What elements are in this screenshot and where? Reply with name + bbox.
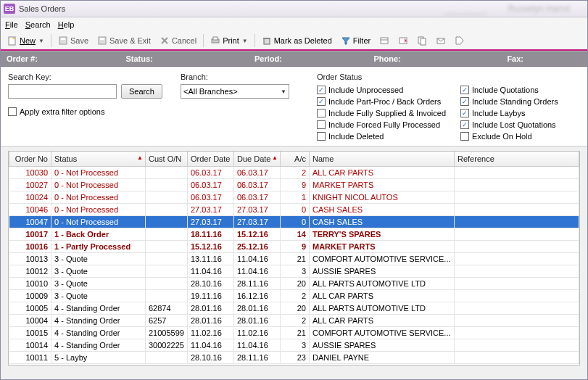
new-button[interactable]: New ▼ xyxy=(4,34,48,47)
order-status-option[interactable]: Include Deleted xyxy=(317,131,446,141)
col-name[interactable]: Name xyxy=(310,152,455,166)
table-row[interactable]: 100144 - Standing Order3000222511.04.161… xyxy=(9,339,579,351)
checkbox[interactable] xyxy=(317,132,326,141)
searchkey-label: Search Key: xyxy=(8,73,167,81)
infobar-phone: Phone: xyxy=(373,54,449,63)
chevron-down-icon: ▼ xyxy=(242,38,248,44)
order-status-option[interactable]: ✓Include Lost Quotations xyxy=(460,119,558,130)
branch-combo[interactable]: <All Branches> ▼ xyxy=(181,84,289,99)
title-bar: EB Sales Orders ________ Russelyn Harrol xyxy=(1,1,587,17)
filter-area: Search Key: Search Apply extra filter op… xyxy=(1,67,587,146)
col-reference[interactable]: Reference xyxy=(455,152,579,166)
svg-rect-3 xyxy=(61,38,65,40)
table-row[interactable]: 100300 - Not Processed06.03.1706.03.172A… xyxy=(9,166,579,178)
checkbox[interactable]: ✓ xyxy=(460,86,469,94)
app-icon: EB xyxy=(4,4,15,14)
toolbar: New ▼ Save Save & Exit Cancel Print ▼ Ma… xyxy=(1,32,587,51)
menu-bar: File Search Help xyxy=(1,17,587,32)
table-row[interactable]: 100470 - Not Processed27.03.1727.03.170C… xyxy=(9,215,579,228)
grid-header-row: Order No Status▲ Cust O/N Order Date Due… xyxy=(9,152,579,166)
col-status[interactable]: Status▲ xyxy=(51,152,146,166)
table-row[interactable]: 100054 - Standing Order6287428.01.1628.0… xyxy=(9,302,579,314)
menu-help[interactable]: Help xyxy=(58,20,75,29)
toolbar-misc-4[interactable] xyxy=(432,34,450,47)
extra-filter-checkbox[interactable] xyxy=(8,107,17,116)
checkbox[interactable]: ✓ xyxy=(460,97,469,106)
col-orderdate[interactable]: Order Date xyxy=(188,152,234,166)
table-row[interactable]: 100133 - Quote13.11.1611.04.1621COMFORT … xyxy=(9,252,579,265)
filter-icon xyxy=(341,36,351,46)
save-button[interactable]: Save xyxy=(54,34,92,47)
checkbox[interactable] xyxy=(460,132,469,141)
checkbox[interactable] xyxy=(317,109,326,117)
checkbox-label: Exclude On Hold xyxy=(472,132,532,141)
toolbar-misc-3[interactable] xyxy=(413,34,431,47)
checkbox-label: Include Deleted xyxy=(328,132,384,141)
table-row[interactable]: 100103 - Quote28.10.1628.11.1620ALL PART… xyxy=(9,277,579,289)
table-row[interactable]: 100240 - Not Processed06.03.1706.03.171K… xyxy=(9,191,579,203)
order-status-option[interactable]: ✓Include Standing Orders xyxy=(460,96,558,107)
save-exit-button[interactable]: Save & Exit xyxy=(94,34,154,47)
table-row[interactable]: 100123 - Quote11.04.1611.04.163AUSSIE SP… xyxy=(9,265,579,277)
menu-search[interactable]: Search xyxy=(25,20,51,29)
cancel-button[interactable]: Cancel xyxy=(156,34,200,47)
order-status-option[interactable]: Include Forced Fully Processed xyxy=(317,119,446,130)
trash-icon xyxy=(262,36,272,46)
save-icon xyxy=(58,36,68,46)
print-icon xyxy=(210,36,220,46)
svg-marker-20 xyxy=(456,37,463,44)
checkbox-label: Include Lost Quotations xyxy=(472,120,556,129)
checkbox[interactable] xyxy=(317,120,326,129)
col-orderno[interactable]: Order No xyxy=(9,152,51,166)
checkbox-label: Include Fully Supplied & Invoiced xyxy=(328,109,446,117)
mail-icon xyxy=(436,36,446,46)
sort-indicator-icon: ▲ xyxy=(137,154,143,161)
filter-button[interactable]: Filter xyxy=(337,34,374,47)
order-status-option[interactable]: ✓Include Part-Proc / Back Orders xyxy=(317,96,446,107)
toolbar-misc-2[interactable] xyxy=(394,34,412,47)
blurred-text-1: ________ xyxy=(444,4,486,15)
chevron-down-icon: ▼ xyxy=(38,38,44,44)
col-custon[interactable]: Cust O/N xyxy=(146,152,188,166)
checkbox[interactable]: ✓ xyxy=(460,120,469,129)
new-icon xyxy=(7,36,17,46)
toolbar-misc-5[interactable] xyxy=(451,34,468,47)
toolbar-misc-1[interactable] xyxy=(376,34,393,47)
search-button[interactable]: Search xyxy=(121,84,162,99)
order-status-label: Order Status xyxy=(317,73,580,81)
window-title: Sales Orders xyxy=(19,4,65,13)
checkbox[interactable]: ✓ xyxy=(317,86,326,94)
print-button[interactable]: Print ▼ xyxy=(207,34,252,47)
infobar-order: Order #: xyxy=(7,54,67,63)
table-row[interactable]: 100161 - Partly Processed15.12.1625.12.1… xyxy=(9,240,579,252)
col-ac[interactable]: A/c xyxy=(281,152,310,166)
order-status-option[interactable]: Exclude On Hold xyxy=(460,131,558,141)
table-row[interactable]: 100460 - Not Processed27.03.1727.03.170C… xyxy=(9,203,579,215)
branch-value: <All Branches> xyxy=(183,87,238,96)
order-status-option[interactable]: ✓Include Quotations xyxy=(460,84,558,95)
table-row[interactable]: 100044 - Standing Order625728.01.1628.01… xyxy=(9,314,579,326)
search-input[interactable] xyxy=(8,84,117,99)
cancel-icon xyxy=(160,36,170,46)
order-status-option[interactable]: Include Fully Supplied & Invoiced xyxy=(317,107,446,118)
infobar-period: Period: xyxy=(254,54,315,63)
checkbox[interactable]: ✓ xyxy=(460,109,469,117)
menu-file[interactable]: File xyxy=(5,20,18,29)
checkbox-label: Include Standing Orders xyxy=(472,97,558,106)
table-row[interactable]: 100093 - Quote19.11.1616.12.162ALL CAR P… xyxy=(9,289,579,302)
mark-deleted-button[interactable]: Mark as Deleted xyxy=(258,34,336,47)
checkbox[interactable]: ✓ xyxy=(317,97,326,106)
table-row[interactable]: 100115 - Layby28.10.1628.11.1623DANIEL P… xyxy=(9,351,579,363)
copy-icon xyxy=(417,36,427,46)
order-status-option[interactable]: ✓Include Unprocessed xyxy=(317,84,446,95)
save-exit-icon xyxy=(97,36,107,46)
tag-icon xyxy=(455,36,465,46)
table-row[interactable]: 100270 - Not Processed06.03.1706.03.179M… xyxy=(9,178,579,191)
table-row[interactable]: 100154 - Standing Order2100559911.02.161… xyxy=(9,326,579,339)
orders-grid[interactable]: Order No Status▲ Cust O/N Order Date Due… xyxy=(8,151,580,365)
info-bar: Order #: Status: Period: Phone: Fax: xyxy=(1,51,587,67)
svg-rect-5 xyxy=(100,38,104,40)
order-status-option[interactable]: ✓Include Laybys xyxy=(460,107,558,118)
table-row[interactable]: 100171 - Back Order18.11.1615.12.1614TER… xyxy=(9,228,579,240)
col-duedate[interactable]: Due Date▲ xyxy=(234,152,281,166)
